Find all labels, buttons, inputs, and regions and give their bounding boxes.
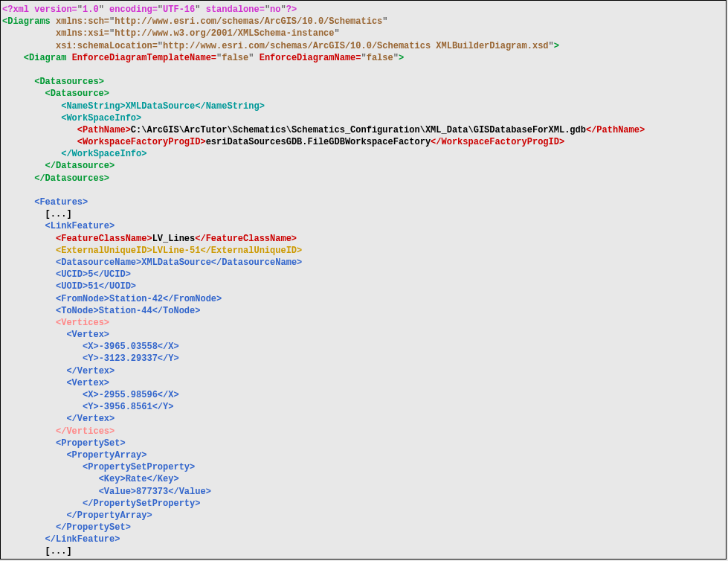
propertysetproperty-close: </PropertySetProperty> <box>83 499 200 509</box>
vertices-open: <Vertices> <box>56 318 109 328</box>
pathname: <PathName>C:\ArcGIS\ArcTutor\Schematics\… <box>77 125 645 135</box>
linkfeature-close: </LinkFeature> <box>45 534 120 545</box>
datasources-open: <Datasources> <box>34 77 104 87</box>
ucid: <UCID>5</UCID> <box>56 269 131 280</box>
ellipsis: [...] <box>45 546 72 557</box>
vertex-close: </Vertex> <box>66 366 115 376</box>
xml-code-block: <?xml version="1.0" encoding="UTF-16" st… <box>0 0 727 560</box>
datasource-close: </Datasource> <box>45 161 115 171</box>
xml-declaration: <?xml version="1.0" encoding="UTF-16" st… <box>2 4 297 15</box>
datasource-open: <Datasource> <box>45 89 109 99</box>
vertex-open: <Vertex> <box>66 330 109 340</box>
propertysetproperty-open: <PropertySetProperty> <box>83 462 195 472</box>
workspaceinfo-open: <WorkSpaceInfo> <box>61 113 141 124</box>
uoid: <UOID>51</UOID> <box>56 281 136 292</box>
vertices-close: </Vertices> <box>56 426 115 437</box>
propertyarray-open: <PropertyArray> <box>66 450 146 461</box>
xmlns-xsi: xmlns:xsi="http://www.w3.org/2001/XMLSch… <box>56 28 340 39</box>
datasources-close: </Datasources> <box>34 173 109 184</box>
externaluniqueid: <ExternalUniqueID>LVLine-51</ExternalUni… <box>56 246 302 256</box>
factory-progid: <WorkspaceFactoryProgID>esriDataSourcesG… <box>77 137 564 147</box>
vertex2-y: <Y>-3956.8561</Y> <box>83 402 173 412</box>
propertyarray-close: </PropertyArray> <box>66 510 152 521</box>
propertyset-open: <PropertySet> <box>56 438 126 449</box>
ellipsis: [...] <box>45 209 72 219</box>
linkfeature-open: <LinkFeature> <box>45 221 115 231</box>
fromnode: <FromNode>Station-42</FromNode> <box>56 294 222 304</box>
vertex1-y: <Y>-3123.29337</Y> <box>83 353 179 364</box>
datasourcename: <DatasourceName>XMLDataSource</Datasourc… <box>56 257 302 268</box>
features-open: <Features> <box>34 197 88 208</box>
schema-location: xsi:schemaLocation="http://www.esri.com/… <box>56 41 554 51</box>
prop-value: <Value>877373</Value> <box>99 487 211 497</box>
features-close: </Features> <box>34 559 93 560</box>
vertex-close: </Vertex> <box>66 414 115 424</box>
namestring: <NameString>XMLDataSource</NameString> <box>61 101 265 112</box>
vertex2-x: <X>-2955.98596</X> <box>83 390 179 400</box>
featureclassname: <FeatureClassName>LV_Lines</FeatureClass… <box>56 234 297 244</box>
tonode: <ToNode>Station-44</ToNode> <box>56 306 200 316</box>
vertex-open: <Vertex> <box>66 378 109 388</box>
diagrams-open: <Diagrams xmlns:sch="http://www.esri.com… <box>2 16 388 27</box>
propertyset-close: </PropertySet> <box>56 522 131 533</box>
diagram-open: <Diagram EnforceDiagramTemplateName="fal… <box>24 53 404 63</box>
prop-key: <Key>Rate</Key> <box>99 474 179 484</box>
vertex1-x: <X>-3965.03558</X> <box>83 342 179 352</box>
workspaceinfo-close: </WorkSpaceInfo> <box>61 149 146 159</box>
